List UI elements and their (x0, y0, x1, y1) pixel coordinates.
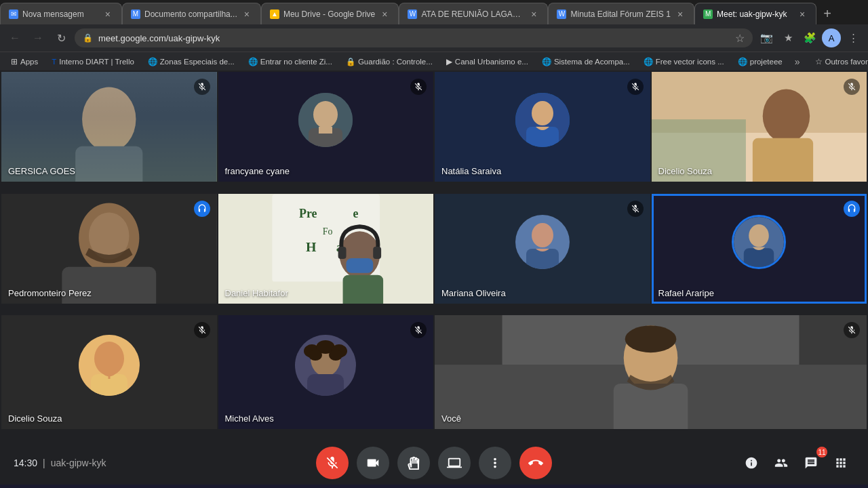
bookmark-label-trello: Interno DIART | Trello (59, 58, 134, 66)
tab-favicon-6: M (703, 9, 713, 19)
back-button[interactable]: ← (5, 28, 24, 47)
address-bar[interactable]: 🔒 meet.google.com/uak-gipw-kyk ☆ (75, 28, 753, 47)
svg-point-46 (309, 350, 322, 361)
tab-favicon-1: ✉ (9, 9, 18, 19)
tab-close-2[interactable]: × (241, 7, 252, 21)
nav-actions: 📷 ★ 🧩 A ⋮ (757, 28, 863, 47)
mic-muted-icon-francyane (410, 79, 427, 95)
bookmark-label-apps: Apps (20, 58, 38, 66)
canal-favicon: ▶ (446, 57, 452, 66)
bookmark-projeteee[interactable]: 🌐 projeteee (732, 56, 788, 68)
tile-voce: Você (435, 315, 867, 429)
bookmark-label-zi: Entrar no cliente Zi... (260, 58, 332, 66)
bookmark-label-projeteee: projeteee (750, 58, 783, 66)
name-dicelio-top: Dicelio Souza (658, 166, 713, 176)
tab-meet[interactable]: M Meet: uak-gipw-kyk × (694, 3, 816, 24)
time-info: 14:30 | uak-gipw-kyk (14, 458, 106, 468)
tile-rafael: Rafael Araripe (652, 194, 867, 304)
mic-muted-icon-mariana (627, 201, 644, 217)
lock-icon: 🔒 (83, 33, 93, 43)
activities-button[interactable] (827, 449, 854, 476)
screen-capture-icon[interactable]: 📷 (757, 28, 776, 47)
name-mariana: Mariana Oliveira (441, 288, 506, 298)
zonas-favicon: 🌐 (148, 57, 157, 66)
tab-title-5: Minuta Edital Fórum ZEIS 1 (570, 9, 670, 19)
tab-nova-mensagem[interactable]: ✉ Nova mensagem × (0, 3, 122, 24)
tile-francyane: francyane cyane (218, 72, 434, 182)
svg-rect-52 (614, 384, 688, 429)
svg-text:Fo: Fo (322, 226, 332, 237)
tab-favicon-2: M (131, 9, 140, 19)
bookmark-zonas[interactable]: 🌐 Zonas Especiais de... (142, 56, 240, 68)
svg-rect-27 (342, 274, 383, 303)
meeting-code: uak-gipw-kyk (51, 458, 106, 468)
svg-rect-36 (744, 248, 774, 267)
speaking-icon-rafael (844, 201, 860, 217)
tab-title-1: Nova mensagem (22, 9, 98, 19)
tab-minuta[interactable]: W Minuta Edital Fórum ZEIS 1 × (548, 3, 694, 24)
end-call-button[interactable] (519, 447, 552, 479)
bookmark-outros[interactable]: ☆ Outros favoritos (810, 56, 868, 68)
svg-rect-30 (373, 247, 381, 259)
tab-close-3[interactable]: × (379, 7, 390, 21)
svg-point-35 (749, 224, 769, 247)
bookmark-zi[interactable]: 🌐 Entrar no cliente Zi... (243, 56, 338, 68)
svg-point-4 (313, 101, 338, 128)
tab-close-4[interactable]: × (528, 7, 539, 21)
name-daniel: Daniel Habitafor (225, 288, 288, 298)
bookmark-trello[interactable]: T Interno DIART | Trello (46, 56, 140, 67)
name-pedro: Pedromonteiro Perez (8, 288, 92, 298)
extensions-icon[interactable]: 🧩 (800, 28, 819, 47)
svg-point-53 (625, 326, 677, 353)
freevector-favicon: 🌐 (644, 57, 653, 66)
forward-button[interactable]: → (28, 28, 47, 47)
tab-documento[interactable]: M Documento compartilha... × (122, 3, 261, 24)
bookmark-guardiao[interactable]: 🔒 Guardião : Controle... (340, 56, 438, 68)
tile-natalia: Natália Saraiva (435, 72, 650, 182)
svg-text:H: H (305, 239, 316, 254)
bookmark-sistema[interactable]: 🌐 Sistema de Acompa... (536, 56, 635, 68)
svg-rect-29 (338, 247, 346, 259)
svg-point-12 (762, 89, 809, 142)
star-icon[interactable]: ☆ (735, 32, 745, 45)
tab-favicon-5: W (557, 9, 566, 19)
profile-icon[interactable]: A (822, 28, 841, 47)
bookmark-freevector[interactable]: 🌐 Free vector icons ... (638, 56, 730, 68)
zi-favicon: 🌐 (248, 57, 258, 66)
svg-text:Pre: Pre (299, 207, 317, 220)
mic-button[interactable] (316, 447, 349, 479)
bookmark-star-icon[interactable]: ★ (778, 28, 797, 47)
present-button[interactable] (438, 447, 471, 479)
tab-title-3: Meu Drive - Google Drive (283, 9, 375, 19)
reload-button[interactable]: ↻ (52, 28, 71, 47)
camera-button[interactable] (357, 447, 389, 479)
tab-close-6[interactable]: × (797, 7, 808, 21)
tab-favicon-3: ▲ (270, 9, 279, 19)
guardiao-favicon: 🔒 (346, 57, 355, 66)
svg-rect-42 (307, 374, 344, 396)
tab-title-6: Meet: uak-gipw-kyk (717, 9, 793, 19)
menu-icon[interactable]: ⋮ (844, 28, 863, 47)
taskbar: △ ∧ 🌐 🔊 30°C Pred ensolarado POR PTIO 14… (0, 485, 868, 488)
tab-close-1[interactable]: × (102, 7, 113, 21)
profile-avatar[interactable]: A (822, 28, 841, 47)
bookmark-label-freevector: Free vector icons ... (656, 58, 724, 66)
new-tab-button[interactable]: + (816, 4, 838, 23)
time-separator: | (43, 458, 45, 468)
hand-raise-button[interactable] (397, 447, 430, 479)
name-francyane: francyane cyane (225, 166, 290, 176)
bookmark-apps[interactable]: ⊞ Apps (5, 56, 43, 68)
info-button[interactable] (738, 449, 765, 476)
tab-close-5[interactable]: × (675, 7, 686, 21)
bookmark-canal[interactable]: ▶ Canal Urbanismo e... (441, 56, 534, 68)
more-options-button[interactable] (479, 447, 511, 479)
bookmarks-more-button[interactable]: » (791, 55, 804, 68)
tab-title-4: ATA DE REUNIÃO LAGAMA... (421, 9, 524, 19)
people-button[interactable] (768, 449, 795, 476)
browser-frame: ✉ Nova mensagem × M Documento compartilh… (0, 0, 868, 70)
tab-drive[interactable]: ▲ Meu Drive - Google Drive × (261, 3, 399, 24)
tab-ata[interactable]: W ATA DE REUNIÃO LAGAMA... × (399, 3, 548, 24)
svg-point-8 (532, 101, 553, 125)
svg-rect-33 (526, 249, 559, 269)
tile-daniel: Pre e Fo H a Daniel Habitafor (218, 194, 434, 304)
